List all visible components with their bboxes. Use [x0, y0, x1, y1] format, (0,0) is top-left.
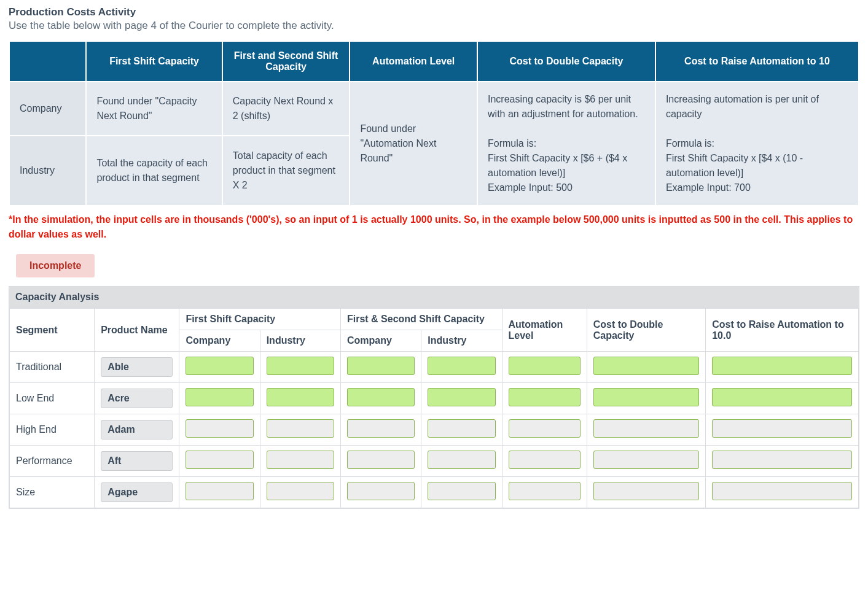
cell-first-second-company — [340, 414, 421, 446]
automation-level-input[interactable] — [509, 419, 581, 438]
cell-product: Adam — [95, 414, 179, 446]
cost-raise-auto-input[interactable] — [712, 451, 852, 469]
cell-first-shift-industry — [260, 414, 340, 446]
cap-header-product: Product Name — [95, 309, 179, 352]
product-chip: Adam — [101, 420, 173, 439]
first-shift-industry-input[interactable] — [267, 388, 334, 406]
cell-cost-double: Increasing capacity is $6 per unit with … — [478, 82, 655, 205]
page-subtitle: Use the table below with page 4 of the C… — [9, 20, 859, 32]
cost-double-input[interactable] — [593, 482, 699, 500]
cell-segment: High End — [10, 414, 95, 446]
first-shift-company-input[interactable] — [186, 357, 253, 375]
cell-first-shift-industry — [260, 446, 340, 477]
first-second-industry-input[interactable] — [428, 419, 495, 438]
cap-subheader-fsc-company: Company — [179, 330, 260, 352]
automation-level-input[interactable] — [509, 482, 581, 500]
cell-company-first-shift: Found under "Capacity Next Round" — [87, 82, 221, 135]
cell-first-shift-industry — [260, 383, 340, 414]
first-second-company-input[interactable] — [347, 388, 415, 406]
cost-raise-auto-input[interactable] — [712, 388, 852, 406]
cell-cost-double — [587, 414, 705, 446]
capacity-analysis-table: Capacity Analysis Segment Product Name F… — [9, 286, 859, 509]
first-second-company-input[interactable] — [347, 451, 415, 469]
ref-header-blank — [10, 42, 85, 81]
cell-cost-raise-auto — [706, 477, 859, 508]
first-shift-industry-input[interactable] — [267, 482, 334, 500]
cell-segment: Size — [10, 477, 95, 508]
cap-subheader-fs2-industry: Industry — [421, 330, 502, 352]
cell-first-shift-industry — [260, 477, 340, 508]
cell-first-second-industry — [421, 446, 502, 477]
first-second-company-input[interactable] — [347, 357, 415, 375]
cell-first-second-company — [340, 446, 421, 477]
cell-first-shift-company — [179, 414, 260, 446]
cost-double-input[interactable] — [593, 388, 699, 406]
cell-automation-level — [502, 414, 587, 446]
cost-raise-auto-input[interactable] — [712, 482, 852, 500]
cell-cost-auto-formula-label: Formula is: — [666, 136, 848, 151]
first-second-industry-input[interactable] — [428, 482, 495, 500]
cell-first-shift-company — [179, 352, 260, 383]
first-shift-company-input[interactable] — [186, 388, 253, 406]
cost-double-input[interactable] — [593, 451, 699, 469]
first-shift-industry-input[interactable] — [267, 419, 334, 438]
cell-automation-level — [502, 352, 587, 383]
cell-company-first-second: Capacity Next Round x 2 (shifts) — [223, 82, 350, 135]
ref-header-first-second: First and Second Shift Capacity — [223, 42, 350, 81]
cell-first-shift-company — [179, 383, 260, 414]
cell-first-second-company — [340, 477, 421, 508]
automation-level-input[interactable] — [509, 388, 581, 406]
first-shift-industry-input[interactable] — [267, 357, 334, 375]
cell-cost-double — [587, 446, 705, 477]
cell-first-shift-company — [179, 446, 260, 477]
cell-product: Able — [95, 352, 179, 383]
cell-automation-level — [502, 383, 587, 414]
first-second-company-input[interactable] — [347, 482, 415, 500]
cell-cost-raise-auto — [706, 446, 859, 477]
cell-cost-auto-example: Example Input: 700 — [666, 180, 848, 195]
cell-automation-level — [502, 446, 587, 477]
cap-subheader-fsc-industry: Industry — [260, 330, 340, 352]
first-second-company-input[interactable] — [347, 419, 415, 438]
cell-automation-level — [502, 477, 587, 508]
reference-table: First Shift Capacity First and Second Sh… — [9, 41, 859, 206]
first-shift-company-input[interactable] — [186, 482, 253, 500]
cell-product: Acre — [95, 383, 179, 414]
first-second-industry-input[interactable] — [428, 388, 495, 406]
ref-header-first-shift: First Shift Capacity — [87, 42, 221, 81]
product-chip: Aft — [101, 451, 173, 471]
cell-first-second-industry — [421, 414, 502, 446]
cell-cost-double — [587, 477, 705, 508]
product-chip: Able — [101, 357, 173, 377]
cell-cost-double-desc: Increasing capacity is $6 per unit with … — [488, 92, 645, 122]
automation-level-input[interactable] — [509, 451, 581, 469]
table-row: PerformanceAft — [10, 446, 859, 477]
cell-cost-double-formula-label: Formula is: — [488, 136, 645, 151]
automation-level-input[interactable] — [509, 357, 581, 375]
first-second-industry-input[interactable] — [428, 357, 495, 375]
first-shift-company-input[interactable] — [186, 451, 253, 469]
cost-raise-auto-input[interactable] — [712, 419, 852, 438]
cell-industry-first-second: Total capacity of each product in that s… — [223, 136, 350, 205]
cell-automation-level: Found under "Automation Next Round" — [350, 82, 477, 205]
cost-double-input[interactable] — [593, 419, 699, 438]
cell-cost-double-formula: First Shift Capacity x [$6 + ($4 x autom… — [488, 151, 645, 180]
cell-first-shift-company — [179, 477, 260, 508]
first-second-industry-input[interactable] — [428, 451, 495, 469]
cell-cost-double-example: Example Input: 500 — [488, 180, 645, 195]
ref-row-company: Company — [10, 82, 85, 135]
cap-header-first-second: First & Second Shift Capacity — [340, 309, 502, 330]
cell-first-shift-industry — [260, 352, 340, 383]
cell-cost-double — [587, 352, 705, 383]
ref-row-industry: Industry — [10, 136, 85, 205]
cost-raise-auto-input[interactable] — [712, 357, 852, 375]
capacity-analysis-caption: Capacity Analysis — [9, 287, 859, 308]
cost-double-input[interactable] — [593, 357, 699, 375]
cap-header-cost-double: Cost to Double Capacity — [587, 309, 705, 352]
cap-subheader-fs2-company: Company — [340, 330, 421, 352]
cell-first-second-company — [340, 383, 421, 414]
cell-first-second-industry — [421, 352, 502, 383]
first-shift-company-input[interactable] — [186, 419, 253, 438]
first-shift-industry-input[interactable] — [267, 451, 334, 469]
cell-segment: Low End — [10, 383, 95, 414]
